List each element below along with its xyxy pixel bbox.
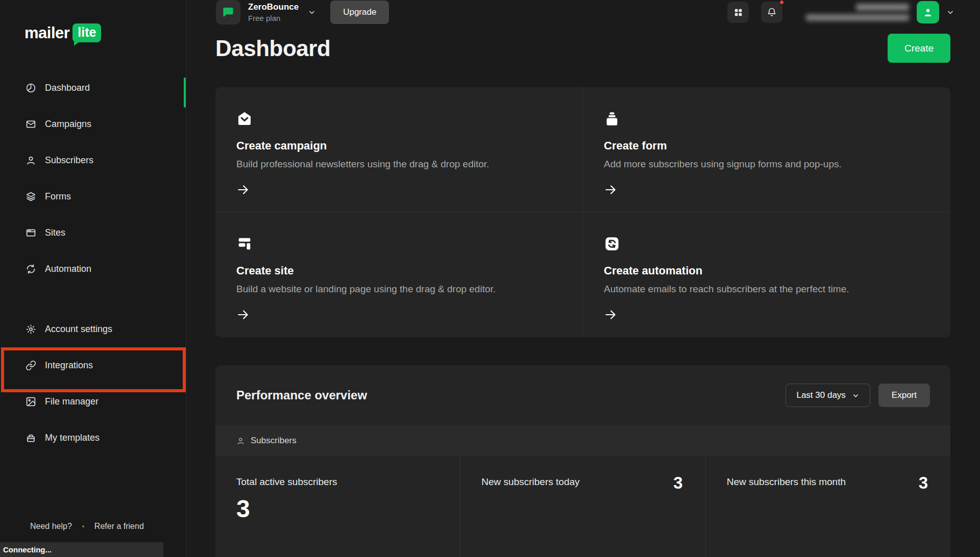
page-header: Dashboard Create (215, 34, 950, 63)
sites-icon (26, 227, 36, 238)
sidebar-item-my-templates[interactable]: My templates (0, 420, 186, 456)
sidebar-item-sites[interactable]: Sites (0, 215, 186, 251)
notification-dot (779, 0, 785, 5)
stat-new-subscribers-today: New subscribers today 3 (460, 456, 705, 557)
sidebar-item-label: Forms (45, 191, 71, 202)
stat-total-active-subscribers: Total active subscribers 3 (215, 456, 460, 557)
person-icon (922, 7, 934, 18)
sidebar-footer: Need help? Refer a friend (30, 522, 144, 531)
page-title: Dashboard (215, 36, 330, 61)
sidebar-item-label: Integrations (45, 360, 93, 371)
link-icon (26, 360, 36, 371)
workspace-meta: ZeroBounce Free plan (248, 2, 299, 22)
create-automation-card[interactable]: Create automation Automate emails to rea… (583, 212, 950, 337)
chat-bubble-icon (222, 7, 234, 18)
sidebar-nav: Dashboard Campaigns Subscribers Forms Si… (0, 70, 186, 456)
sidebar-item-label: Sites (45, 227, 65, 238)
quick-action-description: Build professional newsletters using the… (236, 159, 562, 170)
user-avatar[interactable] (917, 1, 939, 23)
user-info-redacted (806, 4, 909, 21)
performance-tabs: Subscribers (215, 425, 950, 456)
date-range-dropdown[interactable]: Last 30 days (786, 384, 870, 407)
subscribers-icon (26, 155, 36, 166)
date-range-value: Last 30 days (796, 390, 845, 400)
sidebar-item-campaigns[interactable]: Campaigns (0, 106, 186, 142)
performance-header: Performance overview Last 30 days Export (215, 365, 950, 425)
sidebar-item-label: My templates (45, 433, 100, 443)
image-icon (26, 396, 36, 407)
mailerlite-logo[interactable]: mailer lite (24, 23, 186, 42)
topbar: ZeroBounce Free plan Upgrade (186, 0, 980, 24)
stat-label: New subscribers this month (727, 476, 846, 488)
stat-label: Total active subscribers (236, 476, 437, 488)
footer-separator-dot (82, 525, 84, 527)
site-layout-icon (236, 236, 562, 253)
quick-action-title: Create campaign (236, 139, 562, 153)
arrow-right-icon (236, 308, 562, 321)
refer-a-friend-link[interactable]: Refer a friend (94, 522, 144, 531)
user-menu-chevron-icon[interactable] (946, 8, 954, 16)
notifications-button[interactable] (761, 2, 782, 23)
topbar-right (727, 1, 954, 23)
quick-action-title: Create site (236, 264, 562, 277)
envelope-check-icon (236, 111, 562, 128)
dashboard-icon (26, 83, 36, 93)
sidebar-item-dashboard[interactable]: Dashboard (0, 70, 186, 106)
quick-action-description: Automate emails to reach subscribers at … (604, 284, 930, 295)
user-name-redacted (856, 4, 909, 11)
upgrade-button[interactable]: Upgrade (330, 1, 389, 24)
logo-badge: lite (72, 23, 101, 42)
gear-icon (26, 324, 36, 335)
stats-row: Total active subscribers 3 New subscribe… (215, 456, 950, 557)
apps-grid-button[interactable] (727, 2, 749, 23)
stat-label: New subscribers today (481, 476, 579, 488)
chevron-down-icon (308, 8, 316, 16)
need-help-link[interactable]: Need help? (30, 522, 72, 531)
automation-icon (26, 264, 36, 274)
arrow-right-icon (236, 183, 562, 196)
main-area: ZeroBounce Free plan Upgrade (186, 0, 980, 557)
sidebar-item-label: Account settings (45, 324, 112, 335)
sidebar-item-automation[interactable]: Automation (0, 251, 186, 287)
sidebar-item-integrations[interactable]: Integrations (0, 347, 186, 384)
user-email-redacted (806, 14, 909, 21)
create-campaign-card[interactable]: Create campaign Build professional newsl… (215, 87, 583, 212)
stat-value: 3 (919, 474, 928, 491)
sidebar-item-subscribers[interactable]: Subscribers (0, 142, 186, 179)
sidebar-item-label: Campaigns (45, 119, 91, 130)
workspace-name: ZeroBounce (248, 2, 299, 12)
page-content: Dashboard Create Create campaign Build p… (186, 24, 980, 557)
nav-group-spacer (0, 287, 186, 311)
sidebar: mailer lite Dashboard Campaigns Subscrib… (0, 0, 186, 557)
chevron-down-icon (852, 392, 860, 399)
logo-text: mailer (24, 24, 69, 42)
performance-title: Performance overview (236, 388, 367, 402)
campaigns-icon (26, 119, 36, 130)
sidebar-item-label: Automation (45, 264, 91, 274)
sidebar-item-file-manager[interactable]: File manager (0, 384, 186, 420)
quick-action-title: Create form (604, 139, 930, 153)
sidebar-item-label: Dashboard (45, 83, 90, 93)
performance-overview-card: Performance overview Last 30 days Export… (215, 365, 950, 557)
arrow-right-icon (604, 308, 930, 321)
create-button[interactable]: Create (888, 34, 950, 63)
export-button[interactable]: Export (878, 384, 930, 407)
bell-icon (767, 7, 777, 17)
stat-new-subscribers-this-month: New subscribers this month 3 (705, 456, 950, 557)
form-stack-icon (604, 111, 930, 128)
stat-value: 3 (236, 495, 437, 523)
quick-actions-card: Create campaign Build professional newsl… (215, 87, 950, 337)
sidebar-item-label: Subscribers (45, 155, 93, 166)
tab-subscribers[interactable]: Subscribers (251, 436, 297, 446)
grid-icon (733, 8, 743, 17)
sidebar-item-account-settings[interactable]: Account settings (0, 311, 186, 347)
create-form-card[interactable]: Create form Add more subscribers using s… (583, 87, 950, 212)
stat-value: 3 (673, 474, 682, 491)
active-nav-indicator (184, 78, 186, 108)
performance-controls: Last 30 days Export (786, 384, 930, 407)
sidebar-item-forms[interactable]: Forms (0, 179, 186, 215)
forms-icon (26, 191, 36, 202)
arrow-right-icon (604, 183, 930, 196)
workspace-switcher[interactable]: ZeroBounce Free plan (216, 0, 316, 24)
create-site-card[interactable]: Create site Build a website or landing p… (215, 212, 583, 337)
